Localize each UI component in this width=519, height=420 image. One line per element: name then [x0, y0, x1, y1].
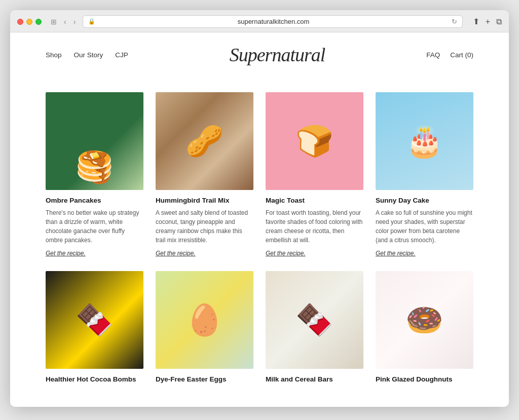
nav-right: FAQ Cart (0) [426, 51, 473, 59]
nav-cjp[interactable]: CJP [115, 51, 128, 59]
site-header: Shop Our Story CJP Supernatural FAQ Cart… [10, 32, 509, 77]
traffic-lights [17, 19, 42, 25]
product-link-trail-mix[interactable]: Get the recipe. [156, 250, 253, 257]
product-image-sunny-cake[interactable] [376, 92, 473, 190]
product-desc-sunny-cake: A cake so full of sunshine you might nee… [376, 208, 473, 245]
product-desc-ombre-pancakes: There's no better wake up strategy than … [46, 208, 143, 245]
sidebar-toggle-button[interactable]: ⊞ [49, 17, 59, 26]
product-card-magic-toast: Magic ToastFor toast worth toasting, ble… [266, 92, 363, 257]
minimize-button[interactable] [26, 19, 32, 25]
product-image-easter-eggs[interactable] [156, 271, 253, 369]
product-link-sunny-cake[interactable]: Get the recipe. [376, 250, 473, 257]
product-image-ombre-pancakes[interactable] [46, 92, 143, 190]
product-link-magic-toast[interactable]: Get the recipe. [266, 250, 363, 257]
tabs-button[interactable]: ⧉ [496, 17, 502, 26]
product-image-doughnuts[interactable] [376, 271, 473, 369]
nav-left: Shop Our Story CJP [46, 51, 128, 59]
browser-controls: ⊞ ‹ › [49, 17, 78, 26]
product-image-trail-mix[interactable] [156, 92, 253, 190]
product-title-magic-toast: Magic Toast [266, 196, 363, 205]
refresh-icon[interactable]: ↻ [452, 18, 457, 25]
product-image-cocoa-bombs[interactable] [46, 271, 143, 369]
back-button[interactable]: ‹ [62, 17, 68, 26]
share-button[interactable]: ⬆ [473, 17, 479, 26]
product-card-cereal-bars: Milk and Cereal Bars [266, 271, 363, 387]
browser-chrome: ⊞ ‹ › 🔒 supernaturalkitchen.com ↻ ⬆ + ⧉ [10, 10, 509, 32]
product-title-cereal-bars: Milk and Cereal Bars [266, 375, 363, 384]
nav-faq[interactable]: FAQ [426, 51, 440, 59]
nav-shop[interactable]: Shop [46, 51, 62, 59]
product-link-ombre-pancakes[interactable]: Get the recipe. [46, 250, 143, 257]
product-grid: Ombre PancakesThere's no better wake up … [10, 77, 509, 407]
product-image-magic-toast[interactable] [266, 92, 363, 190]
product-card-trail-mix: Hummingbird Trail MixA sweet and salty b… [156, 92, 253, 257]
product-desc-trail-mix: A sweet and salty blend of toasted cocon… [156, 208, 253, 245]
product-card-sunny-cake: Sunny Day CakeA cake so full of sunshine… [376, 92, 473, 257]
site-content: Shop Our Story CJP Supernatural FAQ Cart… [10, 32, 509, 407]
url-text: supernaturalkitchen.com [98, 18, 448, 25]
product-desc-magic-toast: For toast worth toasting, blend your fav… [266, 208, 363, 245]
fullscreen-button[interactable] [35, 19, 42, 25]
product-card-doughnuts: Pink Glazed Doughnuts [376, 271, 473, 387]
browser-actions: ⬆ + ⧉ [473, 17, 502, 26]
product-card-easter-eggs: Dye-Free Easter Eggs [156, 271, 253, 387]
product-title-easter-eggs: Dye-Free Easter Eggs [156, 375, 253, 384]
product-title-trail-mix: Hummingbird Trail Mix [156, 196, 253, 205]
site-logo[interactable]: Supernatural [128, 44, 426, 66]
product-title-cocoa-bombs: Healthier Hot Cocoa Bombs [46, 375, 143, 384]
product-title-doughnuts: Pink Glazed Doughnuts [376, 375, 473, 384]
lock-icon: 🔒 [88, 18, 95, 25]
new-tab-button[interactable]: + [486, 17, 490, 26]
browser-window: ⊞ ‹ › 🔒 supernaturalkitchen.com ↻ ⬆ + ⧉ … [10, 10, 509, 407]
close-button[interactable] [17, 19, 23, 25]
nav-cart[interactable]: Cart (0) [450, 51, 473, 59]
url-bar[interactable]: 🔒 supernaturalkitchen.com ↻ [83, 15, 462, 28]
product-title-ombre-pancakes: Ombre Pancakes [46, 196, 143, 205]
product-title-sunny-cake: Sunny Day Cake [376, 196, 473, 205]
forward-button[interactable]: › [71, 17, 78, 26]
nav-our-story[interactable]: Our Story [74, 51, 103, 59]
product-card-cocoa-bombs: Healthier Hot Cocoa Bombs [46, 271, 143, 387]
product-card-ombre-pancakes: Ombre PancakesThere's no better wake up … [46, 92, 143, 257]
product-image-cereal-bars[interactable] [266, 271, 363, 369]
